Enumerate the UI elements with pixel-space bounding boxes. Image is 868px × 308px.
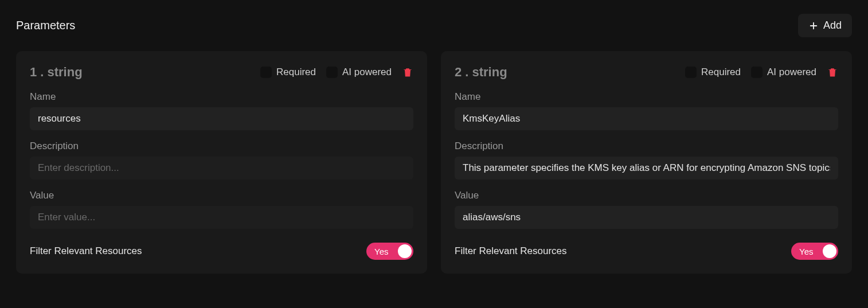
toggle-text: Yes	[374, 247, 388, 256]
card-title: 2 . string	[455, 65, 507, 80]
filter-toggle[interactable]: Yes	[791, 243, 838, 260]
trash-icon[interactable]	[827, 67, 838, 78]
value-input[interactable]	[30, 206, 413, 229]
ai-powered-label: AI powered	[767, 67, 816, 78]
parameter-cards: 1 . string Required AI powered Name Desc…	[16, 51, 852, 274]
value-label: Value	[455, 190, 838, 201]
plus-icon	[808, 21, 819, 31]
name-input[interactable]	[30, 107, 413, 130]
description-label: Description	[455, 141, 838, 152]
description-input[interactable]	[455, 157, 838, 180]
parameter-card: 1 . string Required AI powered Name Desc…	[16, 51, 427, 274]
parameter-card: 2 . string Required AI powered Name Desc…	[441, 51, 852, 274]
toggle-knob	[823, 244, 836, 258]
trash-icon[interactable]	[402, 67, 413, 78]
ai-powered-group: AI powered	[326, 67, 392, 78]
section-header: Parameters Add	[16, 14, 852, 37]
name-input[interactable]	[455, 107, 838, 130]
required-label: Required	[701, 67, 741, 78]
required-group: Required	[685, 67, 741, 78]
ai-powered-group: AI powered	[751, 67, 816, 78]
card-header-controls: Required AI powered	[685, 67, 838, 78]
card-type: string	[47, 65, 82, 80]
card-header-controls: Required AI powered	[260, 67, 413, 78]
value-input[interactable]	[455, 206, 838, 229]
name-label: Name	[455, 91, 838, 103]
value-label: Value	[30, 190, 413, 201]
add-button[interactable]: Add	[798, 14, 852, 37]
add-button-label: Add	[823, 20, 842, 32]
filter-toggle[interactable]: Yes	[366, 243, 413, 260]
required-checkbox[interactable]	[260, 67, 272, 78]
filter-label: Filter Relevant Resources	[30, 245, 142, 257]
name-label: Name	[30, 91, 413, 103]
card-type: string	[472, 65, 507, 80]
ai-powered-label: AI powered	[342, 67, 392, 78]
filter-label: Filter Relevant Resources	[455, 245, 567, 257]
required-group: Required	[260, 67, 316, 78]
description-label: Description	[30, 141, 413, 152]
description-input[interactable]	[30, 157, 413, 180]
section-title: Parameters	[16, 19, 75, 32]
required-checkbox[interactable]	[685, 67, 697, 78]
filter-row: Filter Relevant Resources Yes	[30, 243, 413, 260]
card-index: 1 .	[30, 65, 44, 80]
ai-powered-checkbox[interactable]	[326, 67, 338, 78]
required-label: Required	[276, 67, 316, 78]
toggle-text: Yes	[799, 247, 813, 256]
card-index: 2 .	[455, 65, 468, 80]
ai-powered-checkbox[interactable]	[751, 67, 763, 78]
card-header: 1 . string Required AI powered	[30, 65, 413, 80]
card-title: 1 . string	[30, 65, 83, 80]
card-header: 2 . string Required AI powered	[455, 65, 838, 80]
filter-row: Filter Relevant Resources Yes	[455, 243, 838, 260]
toggle-knob	[398, 244, 412, 258]
